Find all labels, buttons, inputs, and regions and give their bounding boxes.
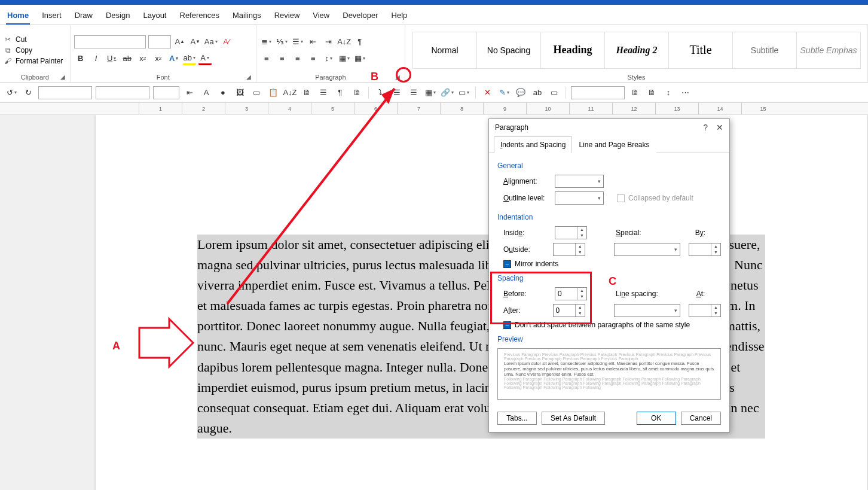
paragraph-launcher[interactable]: ◢ [395, 74, 402, 81]
qat-track-button[interactable]: ab [531, 86, 544, 99]
font-color-button[interactable]: A▾ [198, 52, 212, 65]
qat-section-button[interactable]: ▭▾ [457, 86, 470, 99]
qat-frame-button[interactable]: ▭ [250, 86, 263, 99]
qat-save-button[interactable]: 🗎 [628, 86, 641, 99]
qat-print-button[interactable]: 🗎 [645, 86, 658, 99]
multilevel-button[interactable]: ☰▾ [291, 35, 304, 48]
style-title[interactable]: Title [668, 32, 733, 69]
cancel-button[interactable]: Cancel [681, 412, 721, 425]
styles-gallery[interactable]: Normal No Spacing Heading Heading 2 Titl… [409, 28, 864, 72]
document-area[interactable]: Lorem ipsum dolor sit amet, consectetuer… [0, 115, 868, 490]
decrease-indent-button[interactable]: ⇤ [307, 35, 320, 48]
clear-formatting-button[interactable]: A⁄ [220, 35, 233, 48]
qat-sort-button[interactable]: A↓Z [283, 86, 297, 99]
align-right-button[interactable]: ≡ [291, 52, 304, 65]
italic-button[interactable]: I [90, 52, 103, 65]
qat-doc-button[interactable]: 🗎 [350, 86, 363, 99]
subscript-button[interactable]: x2 [136, 52, 149, 65]
dialog-close-button[interactable]: ✕ [716, 123, 723, 132]
special-combo[interactable]: ▾ [614, 243, 680, 256]
qat-delete-button[interactable]: ✕ [481, 86, 494, 99]
sort-button[interactable]: A↓Z [338, 35, 351, 48]
qat-spacing-button[interactable]: ↕ [662, 86, 675, 99]
outline-combo[interactable]: ▾ [555, 191, 604, 205]
copy-button[interactable]: ⧉Copy [4, 46, 63, 54]
font-size-combo[interactable] [148, 35, 171, 48]
style-heading-2[interactable]: Heading 2 [604, 32, 669, 69]
shading-button[interactable]: ▦▾ [338, 52, 351, 65]
alignment-combo[interactable]: ▾ [555, 175, 604, 188]
tab-draw[interactable]: Draw [74, 8, 94, 25]
qat-object-button[interactable]: ▭ [548, 86, 561, 99]
qat-image-button[interactable]: 🖼 [233, 86, 246, 99]
superscript-button[interactable]: x2 [152, 52, 165, 65]
tab-insert[interactable]: Insert [41, 8, 63, 25]
underline-button[interactable]: U▾ [105, 52, 118, 65]
qat-comment-button[interactable]: 💬 [514, 86, 527, 99]
qat-break-button[interactable]: ⤵ [374, 86, 387, 99]
tab-review[interactable]: Review [273, 8, 301, 25]
qat-pen-button[interactable]: ✎▾ [497, 86, 511, 99]
justify-button[interactable]: ≡ [307, 52, 320, 65]
qat-pilcrow-button[interactable]: ¶ [334, 86, 347, 99]
style-subtitle[interactable]: Subtitle [732, 32, 797, 69]
qat-combo-1[interactable] [38, 86, 92, 99]
qat-combo-2[interactable] [96, 86, 149, 99]
tab-view[interactable]: View [311, 8, 331, 25]
shrink-font-button[interactable]: A▼ [189, 35, 202, 48]
qat-font-button[interactable]: A [200, 86, 213, 99]
tab-help[interactable]: Help [390, 8, 409, 25]
dialog-tab-breaks[interactable]: Line and Page Breaks [572, 136, 656, 153]
bullets-button[interactable]: ≣▾ [260, 35, 273, 48]
show-marks-button[interactable]: ¶ [353, 35, 366, 48]
highlight-button[interactable]: ab▾ [183, 52, 196, 65]
text-effects-button[interactable]: A▾ [167, 52, 181, 65]
redo-button[interactable]: ↻ [22, 86, 35, 99]
borders-button[interactable]: ▦▾ [353, 52, 366, 65]
increase-indent-button[interactable]: ⇥ [322, 35, 335, 48]
dialog-tab-indents[interactable]: Indents and Spacing [494, 136, 572, 153]
inside-spin[interactable]: ▲▼ [555, 226, 587, 239]
by-spin[interactable]: ▲▼ [689, 243, 721, 256]
qat-combo-3[interactable] [153, 86, 179, 99]
qat-record-button[interactable]: ● [216, 86, 230, 99]
qat-list-button[interactable]: ☰ [317, 86, 330, 99]
font-family-combo[interactable] [74, 35, 146, 48]
clipboard-launcher[interactable]: ◢ [60, 74, 68, 81]
qat-link-button[interactable]: 🔗▾ [441, 86, 454, 99]
align-left-button[interactable]: ≡ [260, 52, 273, 65]
no-space-checkbox[interactable] [503, 321, 511, 329]
grow-font-button[interactable]: A▲ [173, 35, 187, 48]
tab-references[interactable]: References [179, 8, 221, 25]
outside-spin[interactable]: ▲▼ [553, 243, 585, 256]
qat-paste-button[interactable]: 📋 [267, 86, 280, 99]
change-case-button[interactable]: Aa▾ [204, 35, 218, 48]
qat-combo-4[interactable] [571, 86, 625, 99]
before-spin[interactable]: ▲▼ [555, 287, 587, 300]
qat-table-button[interactable]: ▦▾ [424, 86, 437, 99]
style-subtle-emphasis[interactable]: Subtle Emphas [796, 32, 861, 69]
after-spin[interactable]: ▲▼ [553, 304, 585, 317]
style-heading-1[interactable]: Heading [540, 32, 605, 69]
tabs-button[interactable]: Tabs... [497, 412, 537, 425]
tab-developer[interactable]: Developer [341, 8, 379, 25]
cut-button[interactable]: ✂Cut [4, 35, 63, 44]
tab-design[interactable]: Design [105, 8, 131, 25]
align-center-button[interactable]: ≡ [276, 52, 289, 65]
bold-button[interactable]: B [74, 52, 87, 65]
font-launcher[interactable]: ◢ [246, 74, 253, 81]
set-default-button[interactable]: Set As Default [542, 412, 605, 425]
line-spacing-button[interactable]: ↕▾ [322, 52, 335, 65]
line-spacing-combo[interactable]: ▾ [614, 304, 680, 317]
format-painter-button[interactable]: 🖌Format Painter [4, 57, 63, 65]
qat-indent-button[interactable]: ⇤ [183, 86, 196, 99]
qat-more-button[interactable]: ⋯ [678, 86, 692, 99]
at-spin[interactable]: ▲▼ [689, 304, 721, 317]
style-normal[interactable]: Normal [412, 32, 477, 69]
tab-layout[interactable]: Layout [142, 8, 167, 25]
qat-footer-button[interactable]: ☰ [407, 86, 420, 99]
strikethrough-button[interactable]: ab [121, 52, 134, 65]
undo-dropdown[interactable]: ↺▾ [5, 86, 18, 99]
qat-header-button[interactable]: ☰ [390, 86, 404, 99]
ok-button[interactable]: OK [637, 412, 676, 425]
